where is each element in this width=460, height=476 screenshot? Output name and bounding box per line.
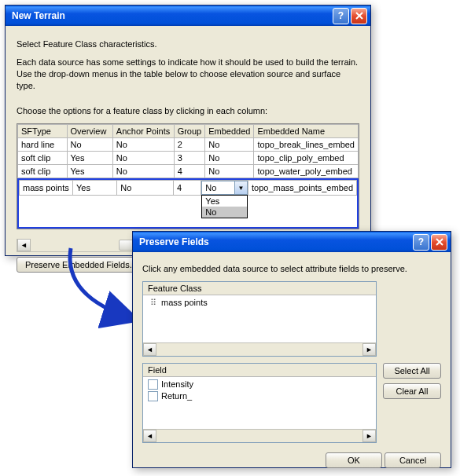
help-button[interactable]: ?: [333, 8, 349, 24]
new-terrain-titlebar[interactable]: New Terrain ?: [6, 5, 370, 26]
table-header-row: SFType Overview Anchor Points Group Embe…: [18, 125, 359, 138]
table-row[interactable]: soft clip Yes No 3 No topo_clip_poly_emb…: [18, 152, 359, 165]
scroll-left-button[interactable]: ◄: [143, 430, 156, 442]
col-sftype[interactable]: SFType: [18, 125, 68, 138]
cancel-button[interactable]: Cancel: [385, 452, 441, 468]
preserve-fields-titlebar[interactable]: Preserve Fields ?: [133, 232, 451, 252]
preserve-fields-title: Preserve Fields: [139, 236, 411, 247]
scroll-left-button[interactable]: ◄: [17, 239, 31, 251]
close-button[interactable]: [351, 8, 367, 24]
new-terrain-title: New Terrain: [12, 10, 331, 21]
instruction-text-3: Choose the options for a feature class b…: [17, 105, 359, 117]
field-listbox[interactable]: Field Intensity Return_ ◄: [142, 363, 377, 443]
preserve-fields-dialog: Preserve Fields ? Click any embedded dat…: [132, 231, 451, 468]
fc-scrollbar[interactable]: ◄ ►: [143, 342, 376, 356]
ok-button[interactable]: OK: [326, 452, 382, 468]
table-row[interactable]: soft clip Yes No 4 No topo_water_poly_em…: [18, 165, 359, 178]
feature-class-header: Feature Class: [143, 282, 376, 295]
table-row[interactable]: hard line No No 2 No topo_break_lines_em…: [18, 138, 359, 152]
col-group[interactable]: Group: [174, 125, 205, 138]
instruction-text-2: Each data source has some settings to in…: [17, 57, 359, 92]
dropdown-option-no[interactable]: No: [202, 207, 247, 218]
embedded-dropdown-list: Yes No: [201, 195, 248, 218]
col-embedded[interactable]: Embedded: [205, 125, 254, 138]
close-button[interactable]: [431, 234, 447, 251]
checkbox-return[interactable]: [148, 391, 158, 401]
feature-class-table: SFType Overview Anchor Points Group Embe…: [17, 123, 359, 229]
scroll-right-button[interactable]: ►: [362, 343, 376, 356]
field-scrollbar[interactable]: ◄ ►: [143, 429, 376, 442]
select-all-button[interactable]: Select All: [383, 363, 441, 379]
new-terrain-dialog: New Terrain ? Select Feature Class chara…: [5, 5, 371, 256]
col-ename[interactable]: Embedded Name: [254, 125, 359, 138]
scroll-right-button[interactable]: ►: [362, 430, 376, 442]
col-anchor[interactable]: Anchor Points: [112, 125, 174, 138]
embedded-dropdown-cell[interactable]: No ▼ Yes No: [201, 181, 248, 196]
checkbox-intensity[interactable]: [148, 379, 158, 390]
field-item[interactable]: Return_: [148, 390, 371, 402]
selected-row-highlight: mass points Yes No 4 No ▼ Yes No: [17, 178, 359, 229]
field-header: Field: [143, 364, 376, 377]
feature-class-listbox[interactable]: Feature Class ⠿ mass points ◄ ►: [142, 281, 377, 357]
feature-class-item[interactable]: ⠿ mass points: [148, 297, 371, 309]
points-icon: ⠿: [148, 298, 158, 308]
instruction-text-1: Select Feature Class characteristics.: [17, 38, 359, 50]
chevron-down-icon[interactable]: ▼: [234, 181, 247, 194]
close-icon: [436, 238, 443, 246]
scroll-left-button[interactable]: ◄: [143, 343, 156, 356]
col-overview[interactable]: Overview: [67, 125, 112, 138]
help-button[interactable]: ?: [413, 234, 429, 251]
field-item[interactable]: Intensity: [148, 379, 371, 390]
clear-all-button[interactable]: Clear All: [383, 383, 441, 399]
embedded-dropdown[interactable]: No ▼: [201, 181, 248, 195]
preserve-embedded-fields-button[interactable]: Preserve Embedded Fields...: [17, 257, 145, 273]
table-row-selected[interactable]: mass points Yes No 4 No ▼ Yes No: [20, 181, 357, 196]
close-icon: [355, 12, 363, 20]
preserve-instruction: Click any embedded data source to select…: [142, 263, 441, 275]
dropdown-option-yes[interactable]: Yes: [202, 196, 247, 207]
